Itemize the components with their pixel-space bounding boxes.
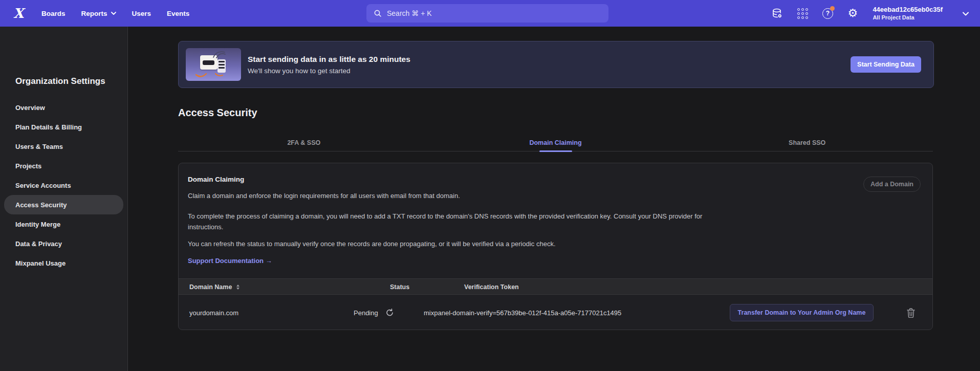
refresh-status-icon[interactable] [385,309,394,317]
status-value: Pending [354,309,378,317]
start-sending-data-button[interactable]: Start Sending Data [851,56,921,73]
data-management-icon[interactable] [771,7,783,19]
add-domain-button[interactable]: Add a Domain [863,177,921,192]
tab-shared-sso[interactable]: Shared SSO [681,134,933,151]
sidebar-item-access-security[interactable]: Access Security [4,195,123,214]
sidebar-item-overview[interactable]: Overview [4,98,123,117]
help-icon[interactable]: ? [821,7,834,19]
main-content: Start sending data in as little as 20 mi… [128,27,980,371]
nav-item-boards[interactable]: Boards [41,10,66,17]
banner-title: Start sending data in as little as 20 mi… [248,55,410,64]
search-input[interactable]: Search ⌘ + K [366,4,608,23]
notification-dot [830,6,835,11]
project-id: 44eebad12c65eb0c35f [873,6,943,14]
mixpanel-logo-icon[interactable]: X [12,6,25,20]
nav-links: Boards Reports Users Events [41,10,189,17]
banner-illustration [186,48,241,81]
active-tab-underline [539,150,572,152]
sort-icon [236,285,239,290]
domain-claiming-panel: Domain Claiming Claim a domain and enfor… [178,163,933,330]
onboarding-banner: Start sending data in as little as 20 mi… [178,41,934,88]
panel-refresh-note: You can refresh the status to manually v… [188,240,556,248]
support-documentation-link[interactable]: Support Documentation → [188,257,272,265]
domain-name-cell: yourdomain.com [189,309,238,317]
verification-token-cell: mixpanel-domain-verify=567b39be-012f-415… [424,309,621,317]
org-settings-sidebar: Organization Settings Overview Plan Deta… [0,27,128,371]
nav-right-cluster: ? ⚙ 44eebad12c65eb0c35f All Project Data [771,0,969,27]
settings-gear-icon[interactable]: ⚙ [846,7,859,19]
project-scope: All Project Data [873,14,943,21]
sidebar-item-users-teams[interactable]: Users & Teams [4,137,123,156]
sidebar-item-projects[interactable]: Projects [4,156,123,176]
banner-text: Start sending data in as little as 20 mi… [248,55,410,75]
sidebar-item-plan-details-billing[interactable]: Plan Details & Billing [4,117,123,137]
panel-title: Domain Claiming [188,176,244,183]
column-header-status: Status [390,279,409,295]
panel-description: Claim a domain and enforce the login req… [188,192,460,200]
sidebar-item-data-privacy[interactable]: Data & Privacy [4,234,123,253]
domains-table-header: Domain Name Status Verification Token [179,278,933,295]
search-icon [374,9,382,17]
nav-item-reports[interactable]: Reports [81,10,116,17]
column-header-domain-name[interactable]: Domain Name [189,279,239,295]
delete-domain-trash-icon[interactable] [906,308,916,318]
tab-2fa-sso[interactable]: 2FA & SSO [178,134,430,151]
sidebar-item-service-accounts[interactable]: Service Accounts [4,176,123,195]
column-header-verification-token: Verification Token [464,279,519,295]
sidebar-title: Organization Settings [15,76,105,86]
project-chevron-down-icon[interactable] [963,9,969,18]
sidebar-item-mixpanel-usage[interactable]: Mixpanel Usage [4,253,123,273]
status-cell: Pending [354,309,394,317]
panel-instructions: To complete the process of claiming a do… [188,211,735,232]
nav-item-users[interactable]: Users [132,10,151,17]
search-placeholder: Search ⌘ + K [387,9,432,17]
banner-subtitle: We'll show you how to get started [248,67,410,75]
tab-domain-claiming[interactable]: Domain Claiming [430,134,682,151]
project-selector[interactable]: 44eebad12c65eb0c35f All Project Data [873,6,943,21]
top-navigation-bar: X Boards Reports Users Events Search ⌘ +… [0,0,980,27]
sidebar-list: Overview Plan Details & Billing Users & … [4,98,123,273]
table-row: yourdomain.com Pending mixpanel-domain-v… [179,295,933,330]
nav-item-events[interactable]: Events [167,10,189,17]
access-security-tabs: 2FA & SSO Domain Claiming Shared SSO [178,134,933,151]
apps-grid-icon[interactable] [796,7,809,19]
transfer-domain-button[interactable]: Transfer Domain to Your Admin Org Name [730,304,874,321]
chevron-down-icon [111,12,116,15]
sidebar-item-identity-merge[interactable]: Identity Merge [4,214,123,234]
page-title: Access Security [178,107,257,119]
